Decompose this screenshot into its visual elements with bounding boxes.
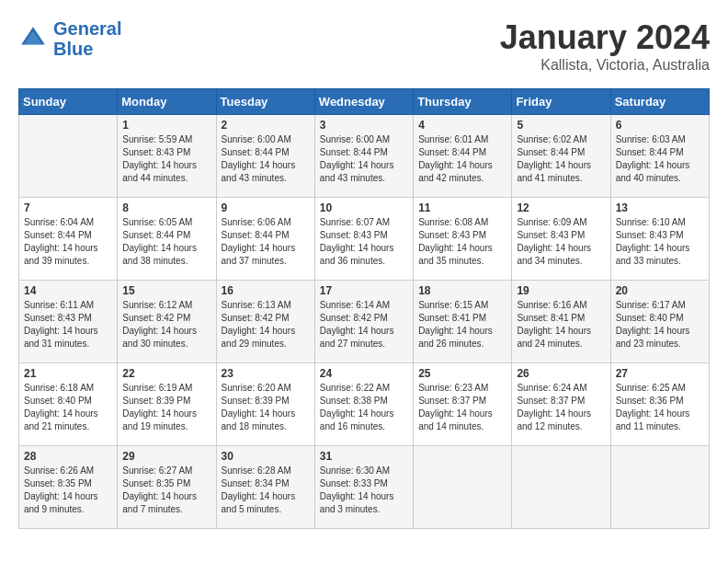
column-header-thursday: Thursday bbox=[414, 89, 512, 115]
calendar-cell: 29Sunrise: 6:27 AM Sunset: 8:35 PM Dayli… bbox=[118, 446, 216, 529]
day-number: 10 bbox=[320, 201, 408, 214]
day-info: Sunrise: 6:03 AM Sunset: 8:44 PM Dayligh… bbox=[616, 133, 704, 185]
day-info: Sunrise: 6:26 AM Sunset: 8:35 PM Dayligh… bbox=[24, 465, 112, 516]
calendar-cell: 2Sunrise: 6:00 AM Sunset: 8:44 PM Daylig… bbox=[216, 115, 314, 198]
day-info: Sunrise: 6:18 AM Sunset: 8:40 PM Dayligh… bbox=[24, 382, 112, 433]
column-header-sunday: Sunday bbox=[19, 89, 118, 115]
calendar-week-row: 21Sunrise: 6:18 AM Sunset: 8:40 PM Dayli… bbox=[19, 363, 710, 446]
day-info: Sunrise: 6:23 AM Sunset: 8:37 PM Dayligh… bbox=[418, 382, 506, 433]
day-number: 29 bbox=[122, 450, 210, 463]
calendar-cell: 16Sunrise: 6:13 AM Sunset: 8:42 PM Dayli… bbox=[216, 281, 314, 363]
calendar-cell: 28Sunrise: 6:26 AM Sunset: 8:35 PM Dayli… bbox=[19, 446, 118, 529]
location-title: Kallista, Victoria, Australia bbox=[500, 57, 710, 74]
calendar-cell: 18Sunrise: 6:15 AM Sunset: 8:41 PM Dayli… bbox=[414, 281, 512, 363]
day-info: Sunrise: 6:22 AM Sunset: 8:38 PM Dayligh… bbox=[320, 382, 408, 433]
day-number: 6 bbox=[616, 119, 704, 132]
day-info: Sunrise: 6:00 AM Sunset: 8:44 PM Dayligh… bbox=[222, 133, 310, 185]
logo-line1: General bbox=[53, 18, 121, 39]
logo-icon bbox=[18, 24, 48, 53]
day-info: Sunrise: 6:25 AM Sunset: 8:36 PM Dayligh… bbox=[616, 382, 704, 433]
calendar-cell: 20Sunrise: 6:17 AM Sunset: 8:40 PM Dayli… bbox=[610, 281, 709, 363]
calendar-cell bbox=[414, 446, 512, 529]
day-number: 12 bbox=[517, 201, 605, 214]
calendar-cell: 21Sunrise: 6:18 AM Sunset: 8:40 PM Dayli… bbox=[19, 363, 118, 446]
calendar-cell: 9Sunrise: 6:06 AM Sunset: 8:44 PM Daylig… bbox=[216, 198, 314, 281]
day-number: 19 bbox=[517, 284, 605, 297]
calendar-week-row: 1Sunrise: 5:59 AM Sunset: 8:43 PM Daylig… bbox=[19, 115, 710, 198]
calendar-cell: 31Sunrise: 6:30 AM Sunset: 8:33 PM Dayli… bbox=[314, 446, 413, 529]
column-header-saturday: Saturday bbox=[610, 89, 709, 115]
calendar-cell: 10Sunrise: 6:07 AM Sunset: 8:43 PM Dayli… bbox=[314, 198, 413, 281]
calendar-week-row: 7Sunrise: 6:04 AM Sunset: 8:44 PM Daylig… bbox=[19, 198, 710, 281]
page-header: General Blue January 2024 Kallista, Vict… bbox=[18, 18, 710, 74]
day-info: Sunrise: 6:24 AM Sunset: 8:37 PM Dayligh… bbox=[517, 382, 605, 433]
day-info: Sunrise: 6:07 AM Sunset: 8:43 PM Dayligh… bbox=[320, 216, 408, 268]
calendar-cell bbox=[610, 446, 709, 529]
calendar-header-row: SundayMondayTuesdayWednesdayThursdayFrid… bbox=[19, 89, 710, 115]
calendar-table: SundayMondayTuesdayWednesdayThursdayFrid… bbox=[18, 88, 710, 529]
logo-text: General Blue bbox=[53, 18, 121, 59]
calendar-cell: 7Sunrise: 6:04 AM Sunset: 8:44 PM Daylig… bbox=[19, 198, 118, 281]
day-info: Sunrise: 6:16 AM Sunset: 8:41 PM Dayligh… bbox=[517, 299, 605, 350]
calendar-cell: 30Sunrise: 6:28 AM Sunset: 8:34 PM Dayli… bbox=[216, 446, 314, 529]
day-info: Sunrise: 6:20 AM Sunset: 8:39 PM Dayligh… bbox=[222, 382, 310, 433]
column-header-tuesday: Tuesday bbox=[216, 89, 314, 115]
day-number: 28 bbox=[24, 450, 112, 463]
day-number: 1 bbox=[122, 119, 210, 132]
day-info: Sunrise: 6:08 AM Sunset: 8:43 PM Dayligh… bbox=[418, 216, 506, 268]
logo-line2: Blue bbox=[53, 39, 93, 59]
day-info: Sunrise: 6:05 AM Sunset: 8:44 PM Dayligh… bbox=[122, 216, 210, 268]
day-number: 27 bbox=[616, 367, 704, 380]
day-number: 22 bbox=[122, 367, 210, 380]
day-number: 11 bbox=[418, 201, 506, 214]
day-number: 26 bbox=[517, 367, 605, 380]
calendar-cell: 5Sunrise: 6:02 AM Sunset: 8:44 PM Daylig… bbox=[512, 115, 610, 198]
day-number: 3 bbox=[320, 119, 408, 132]
calendar-week-row: 14Sunrise: 6:11 AM Sunset: 8:43 PM Dayli… bbox=[19, 281, 710, 363]
calendar-cell: 11Sunrise: 6:08 AM Sunset: 8:43 PM Dayli… bbox=[414, 198, 512, 281]
day-number: 18 bbox=[418, 284, 506, 297]
day-number: 5 bbox=[517, 119, 605, 132]
calendar-cell bbox=[512, 446, 610, 529]
calendar-cell: 12Sunrise: 6:09 AM Sunset: 8:43 PM Dayli… bbox=[512, 198, 610, 281]
day-number: 31 bbox=[320, 450, 408, 463]
calendar-cell bbox=[19, 115, 118, 198]
calendar-cell: 3Sunrise: 6:00 AM Sunset: 8:44 PM Daylig… bbox=[314, 115, 413, 198]
day-info: Sunrise: 6:04 AM Sunset: 8:44 PM Dayligh… bbox=[24, 216, 112, 268]
column-header-friday: Friday bbox=[512, 89, 610, 115]
day-info: Sunrise: 6:12 AM Sunset: 8:42 PM Dayligh… bbox=[122, 299, 210, 350]
day-number: 9 bbox=[222, 201, 310, 214]
day-number: 15 bbox=[122, 284, 210, 297]
column-header-monday: Monday bbox=[118, 89, 216, 115]
day-number: 16 bbox=[222, 284, 310, 297]
calendar-cell: 22Sunrise: 6:19 AM Sunset: 8:39 PM Dayli… bbox=[118, 363, 216, 446]
day-info: Sunrise: 6:27 AM Sunset: 8:35 PM Dayligh… bbox=[122, 465, 210, 516]
calendar-cell: 23Sunrise: 6:20 AM Sunset: 8:39 PM Dayli… bbox=[216, 363, 314, 446]
day-info: Sunrise: 6:13 AM Sunset: 8:42 PM Dayligh… bbox=[222, 299, 310, 350]
title-section: January 2024 Kallista, Victoria, Austral… bbox=[500, 18, 710, 74]
day-info: Sunrise: 6:10 AM Sunset: 8:43 PM Dayligh… bbox=[616, 216, 704, 268]
day-info: Sunrise: 6:06 AM Sunset: 8:44 PM Dayligh… bbox=[222, 216, 310, 268]
calendar-cell: 6Sunrise: 6:03 AM Sunset: 8:44 PM Daylig… bbox=[610, 115, 709, 198]
day-number: 23 bbox=[222, 367, 310, 380]
day-info: Sunrise: 6:28 AM Sunset: 8:34 PM Dayligh… bbox=[222, 465, 310, 516]
day-number: 21 bbox=[24, 367, 112, 380]
day-info: Sunrise: 6:15 AM Sunset: 8:41 PM Dayligh… bbox=[418, 299, 506, 350]
day-info: Sunrise: 6:00 AM Sunset: 8:44 PM Dayligh… bbox=[320, 133, 408, 185]
day-number: 7 bbox=[24, 201, 112, 214]
month-title: January 2024 bbox=[500, 18, 710, 57]
day-info: Sunrise: 6:02 AM Sunset: 8:44 PM Dayligh… bbox=[517, 133, 605, 185]
day-number: 30 bbox=[222, 450, 310, 463]
day-info: Sunrise: 6:09 AM Sunset: 8:43 PM Dayligh… bbox=[517, 216, 605, 268]
calendar-cell: 8Sunrise: 6:05 AM Sunset: 8:44 PM Daylig… bbox=[118, 198, 216, 281]
day-number: 4 bbox=[418, 119, 506, 132]
calendar-cell: 14Sunrise: 6:11 AM Sunset: 8:43 PM Dayli… bbox=[19, 281, 118, 363]
day-info: Sunrise: 6:11 AM Sunset: 8:43 PM Dayligh… bbox=[24, 299, 112, 350]
day-number: 25 bbox=[418, 367, 506, 380]
calendar-cell: 15Sunrise: 6:12 AM Sunset: 8:42 PM Dayli… bbox=[118, 281, 216, 363]
logo: General Blue bbox=[18, 18, 121, 59]
day-info: Sunrise: 6:19 AM Sunset: 8:39 PM Dayligh… bbox=[122, 382, 210, 433]
calendar-cell: 4Sunrise: 6:01 AM Sunset: 8:44 PM Daylig… bbox=[414, 115, 512, 198]
day-number: 17 bbox=[320, 284, 408, 297]
calendar-cell: 27Sunrise: 6:25 AM Sunset: 8:36 PM Dayli… bbox=[610, 363, 709, 446]
